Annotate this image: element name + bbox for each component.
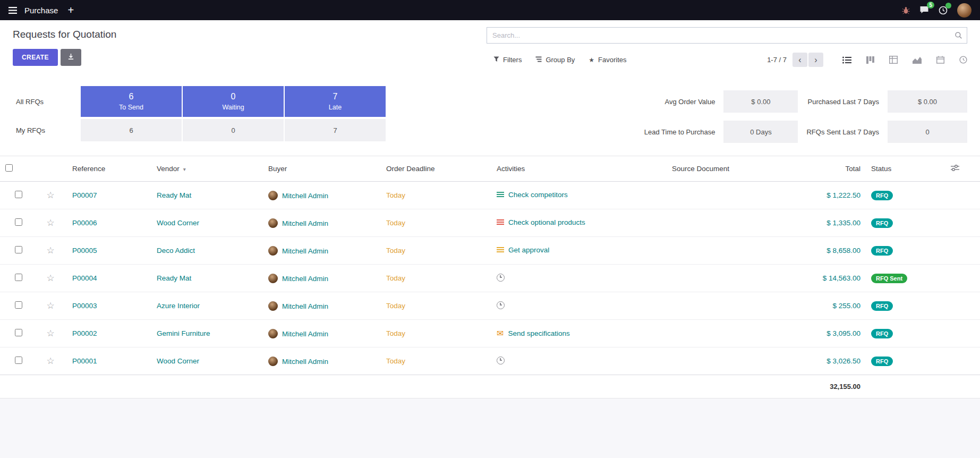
buyer-link[interactable]: Mitchell Admin bbox=[282, 302, 328, 310]
apps-menu-icon[interactable] bbox=[8, 7, 17, 14]
column-header-source-document[interactable]: Source Document bbox=[667, 156, 789, 182]
vendor-link[interactable]: Deco Addict bbox=[157, 247, 195, 255]
order-deadline-cell: Today bbox=[381, 265, 491, 292]
tile-waiting-my[interactable]: 0 bbox=[183, 119, 284, 141]
list-view-button[interactable] bbox=[842, 56, 851, 64]
table-row[interactable]: ☆ P00007 Ready Mat Mitchell Admin Today … bbox=[0, 182, 980, 209]
buyer-link[interactable]: Mitchell Admin bbox=[282, 275, 328, 283]
column-header-order-deadline[interactable]: Order Deadline bbox=[381, 156, 491, 182]
tile-to-send-my[interactable]: 6 bbox=[81, 119, 182, 141]
column-header-reference[interactable]: Reference bbox=[64, 156, 151, 182]
activities-badge bbox=[945, 3, 951, 9]
filters-button[interactable]: Filters bbox=[487, 53, 529, 67]
select-all-header[interactable] bbox=[0, 156, 37, 182]
activity-widget[interactable]: Get approval bbox=[497, 246, 549, 254]
systray: 5 bbox=[902, 3, 972, 18]
favorite-star-icon[interactable]: ☆ bbox=[46, 356, 54, 366]
table-row[interactable]: ☆ P00004 Ready Mat Mitchell Admin Today … bbox=[0, 265, 980, 292]
buyer-link[interactable]: Mitchell Admin bbox=[282, 330, 328, 338]
reference-link[interactable]: P00001 bbox=[72, 357, 97, 365]
vendor-link[interactable]: Ready Mat bbox=[157, 191, 191, 199]
tile-late-all[interactable]: 7 Late bbox=[285, 86, 386, 117]
activity-widget[interactable] bbox=[497, 301, 509, 309]
search-input[interactable] bbox=[487, 27, 967, 44]
vendor-cell: Wood Corner bbox=[151, 347, 263, 375]
buyer-link[interactable]: Mitchell Admin bbox=[282, 219, 328, 227]
tile-late-my[interactable]: 7 bbox=[285, 119, 386, 141]
tile-to-send-all[interactable]: 6 To Send bbox=[81, 86, 182, 117]
kpi-avg-order-value: $ 0.00 bbox=[723, 90, 798, 113]
reference-link[interactable]: P00006 bbox=[72, 219, 97, 227]
reference-link[interactable]: P00005 bbox=[72, 247, 97, 255]
group-by-button[interactable]: Group By bbox=[529, 53, 582, 67]
column-header-vendor[interactable]: Vendor▾ bbox=[151, 156, 263, 182]
buyer-link[interactable]: Mitchell Admin bbox=[282, 247, 328, 255]
export-button[interactable] bbox=[61, 49, 81, 66]
reference-link[interactable]: P00004 bbox=[72, 274, 97, 282]
reference-cell: P00004 bbox=[64, 265, 151, 292]
select-all-checkbox[interactable] bbox=[5, 164, 13, 172]
row-checkbox[interactable] bbox=[15, 274, 22, 281]
user-avatar[interactable] bbox=[957, 3, 972, 18]
add-tab-icon[interactable]: + bbox=[67, 5, 74, 15]
activity-widget[interactable] bbox=[497, 274, 509, 282]
reference-cell: P00007 bbox=[64, 182, 151, 209]
row-checkbox[interactable] bbox=[15, 357, 22, 364]
kanban-view-button[interactable] bbox=[866, 56, 874, 64]
activity-view-button[interactable] bbox=[959, 56, 967, 64]
buyer-link[interactable]: Mitchell Admin bbox=[282, 358, 328, 366]
favorite-star-icon[interactable]: ☆ bbox=[46, 328, 54, 338]
activity-widget[interactable]: Check competitors bbox=[497, 191, 568, 199]
column-header-buyer[interactable]: Buyer bbox=[263, 156, 381, 182]
reference-link[interactable]: P00003 bbox=[72, 302, 97, 310]
favorite-star-icon[interactable]: ☆ bbox=[46, 190, 54, 200]
activity-widget[interactable] bbox=[497, 357, 509, 364]
favorite-star-icon[interactable]: ☆ bbox=[46, 301, 54, 311]
footer-cell bbox=[491, 375, 667, 398]
vendor-link[interactable]: Gemini Furniture bbox=[157, 329, 210, 337]
column-header-status[interactable]: Status bbox=[866, 156, 945, 182]
activity-widget[interactable]: Check optional products bbox=[497, 218, 585, 226]
favorite-star-icon[interactable]: ☆ bbox=[46, 218, 54, 228]
row-checkbox[interactable] bbox=[15, 246, 22, 253]
reference-link[interactable]: P00007 bbox=[72, 191, 97, 199]
app-name[interactable]: Purchase bbox=[24, 6, 58, 15]
row-checkbox[interactable] bbox=[15, 218, 22, 226]
vendor-link[interactable]: Wood Corner bbox=[157, 219, 199, 227]
table-row[interactable]: ☆ P00003 Azure Interior Mitchell Admin T… bbox=[0, 292, 980, 320]
pager-next-button[interactable]: › bbox=[808, 53, 823, 67]
activities-icon[interactable] bbox=[939, 6, 948, 15]
pager-previous-button[interactable]: ‹ bbox=[792, 53, 807, 67]
search-icon[interactable] bbox=[955, 31, 962, 41]
buyer-link[interactable]: Mitchell Admin bbox=[282, 192, 328, 200]
row-checkbox[interactable] bbox=[15, 191, 22, 198]
activity-widget[interactable]: Send specifications bbox=[497, 329, 570, 338]
table-row[interactable]: ☆ P00002 Gemini Furniture Mitchell Admin… bbox=[0, 320, 980, 347]
calendar-view-button[interactable] bbox=[936, 56, 944, 64]
buyer-cell: Mitchell Admin bbox=[263, 347, 381, 375]
graph-view-button[interactable] bbox=[913, 56, 922, 64]
table-row[interactable]: ☆ P00005 Deco Addict Mitchell Admin Toda… bbox=[0, 237, 980, 265]
favorite-star-icon[interactable]: ☆ bbox=[46, 273, 54, 283]
table-row[interactable]: ☆ P00006 Wood Corner Mitchell Admin Toda… bbox=[0, 209, 980, 237]
favorite-star-icon[interactable]: ☆ bbox=[46, 245, 54, 256]
optional-columns-header[interactable] bbox=[945, 156, 980, 182]
tile-waiting-all[interactable]: 0 Waiting bbox=[183, 86, 284, 117]
table-header-row: Reference Vendor▾ Buyer Order Deadline A… bbox=[0, 156, 980, 182]
debug-icon[interactable] bbox=[902, 6, 910, 14]
messages-icon[interactable]: 5 bbox=[919, 6, 929, 14]
source-document-cell bbox=[667, 237, 789, 265]
vendor-link[interactable]: Wood Corner bbox=[157, 357, 199, 365]
column-header-activities[interactable]: Activities bbox=[491, 156, 667, 182]
vendor-link[interactable]: Azure Interior bbox=[157, 302, 200, 310]
favorites-button[interactable]: ★ Favorites bbox=[582, 53, 633, 67]
reference-link[interactable]: P00002 bbox=[72, 329, 97, 337]
vendor-link[interactable]: Ready Mat bbox=[157, 274, 191, 282]
row-checkbox[interactable] bbox=[15, 301, 22, 309]
table-row[interactable]: ☆ P00001 Wood Corner Mitchell Admin Toda… bbox=[0, 347, 980, 375]
kpi-purchased-last-7-days: $ 0.00 bbox=[888, 90, 967, 113]
row-checkbox[interactable] bbox=[15, 329, 22, 336]
column-header-total[interactable]: Total bbox=[789, 156, 866, 182]
pivot-view-button[interactable] bbox=[889, 56, 898, 64]
create-button[interactable]: CREATE bbox=[13, 49, 58, 66]
